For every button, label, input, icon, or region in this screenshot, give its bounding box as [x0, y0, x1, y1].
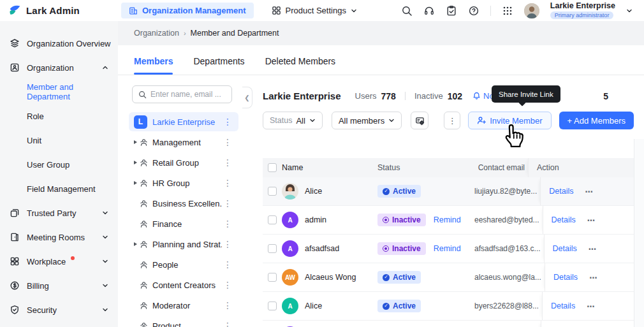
more-options-icon[interactable]: ⋮ [222, 321, 233, 327]
sidebar-item-role[interactable]: Role [0, 104, 118, 128]
sidebar-item-organization[interactable]: Organization [0, 55, 118, 80]
tree-item-label: Retail Group [152, 158, 222, 168]
expand-caret-icon[interactable] [131, 140, 140, 144]
expand-caret-icon[interactable] [131, 242, 140, 246]
more-options-icon[interactable]: ⋮ [222, 240, 233, 249]
sidebar-item-billing[interactable]: Billing [0, 273, 118, 298]
expand-caret-icon[interactable] [131, 181, 140, 185]
support-headset-icon[interactable] [423, 5, 435, 17]
search-icon[interactable] [401, 5, 413, 17]
breadcrumb-parent[interactable]: Organization [134, 29, 179, 38]
more-options-icon[interactable]: ⋮ [222, 117, 233, 126]
tab-deleted-members[interactable]: Deleted Members [265, 56, 336, 75]
tree-item[interactable]: Product⋮ [129, 316, 238, 327]
sidebar-item-security[interactable]: Security [0, 298, 118, 322]
tree-item[interactable]: Planning and Strat...⋮ [129, 235, 238, 254]
more-options-icon[interactable]: ⋮ [222, 301, 233, 310]
sidebar-item-trusted-party[interactable]: Trusted Party [0, 201, 118, 225]
row-checkbox[interactable] [268, 273, 277, 282]
row-checkbox[interactable] [268, 302, 277, 310]
details-link[interactable]: Details [553, 244, 577, 253]
remind-link[interactable]: Remind [434, 244, 461, 253]
expand-caret-icon[interactable] [131, 161, 140, 164]
more-options-icon[interactable]: ⋮ [222, 219, 233, 228]
sidebar-item-member-and-department[interactable]: Member and Department [0, 80, 118, 104]
row-more-icon[interactable]: ⋯ [587, 302, 596, 311]
department-icon [140, 240, 148, 249]
sidebar-item-workplace[interactable]: Workplace [0, 249, 118, 273]
column-action: Action [528, 158, 634, 177]
table-scrollbar[interactable] [634, 139, 644, 327]
account-menu[interactable]: Larkie Enterprise Primary administrator [550, 2, 615, 20]
invite-member-button[interactable]: Invite Member [468, 112, 551, 129]
more-options-icon[interactable]: ⋮ [222, 199, 233, 208]
sidebar: Organization Overview Organization Membe… [0, 21, 118, 327]
tree-item[interactable]: Retail Group⋮ [129, 153, 238, 172]
apps-grid-icon[interactable] [502, 5, 513, 17]
nav-org-mgmt-label: Organization Management [142, 6, 246, 15]
bell-icon [472, 92, 481, 100]
nav-organization-management[interactable]: Organization Management [121, 3, 254, 18]
remind-link[interactable]: Remind [434, 215, 461, 224]
table-row: AAlice✓Activebyers22628@l88...Details⋯ [263, 292, 634, 321]
account-chevron-down-icon[interactable] [626, 8, 633, 14]
sidebar-item-user-group[interactable]: User Group [0, 152, 118, 177]
tree-item[interactable]: Management⋮ [129, 133, 238, 152]
row-more-icon[interactable]: ⋯ [585, 187, 594, 196]
tree-search-input[interactable] [150, 90, 221, 99]
trusted-party-icon [10, 208, 20, 218]
tree-item[interactable]: Finance⋮ [129, 214, 238, 233]
sidebar-item-unit[interactable]: Unit [0, 128, 118, 152]
status-badge: Inactive [377, 242, 426, 255]
more-options-icon[interactable]: ⋮ [222, 158, 233, 167]
inactive-dot-icon [383, 245, 389, 252]
notification-dot [71, 256, 75, 260]
status-filter-select[interactable]: Status All [263, 112, 323, 129]
tab-departments[interactable]: Departments [193, 56, 244, 75]
user-avatar[interactable] [524, 3, 539, 18]
tree-item[interactable]: Business Excellen...⋮ [129, 194, 238, 213]
select-all-checkbox[interactable] [268, 163, 277, 172]
row-checkbox[interactable] [268, 187, 277, 196]
tree-item-label: HR Group [152, 178, 222, 188]
department-icon [140, 200, 148, 208]
row-more-icon[interactable]: ⋯ [589, 244, 597, 254]
tree-item[interactable]: Content Creators⋮ [129, 275, 238, 294]
chevron-down-icon [351, 8, 357, 14]
sidebar-item-meeting-rooms[interactable]: Meeting Rooms [0, 225, 118, 249]
collapse-panel-button[interactable]: ❮ [242, 87, 252, 108]
department-icon [140, 322, 148, 327]
survey-clipboard-icon[interactable] [446, 5, 457, 17]
help-icon[interactable] [468, 5, 479, 17]
details-link[interactable]: Details [549, 187, 573, 196]
tree-item[interactable]: Moderator⋮ [129, 296, 238, 315]
nav-product-settings[interactable]: Product Settings [272, 6, 357, 15]
members-filter-select[interactable]: All members [332, 112, 402, 129]
row-checkbox[interactable] [268, 215, 277, 224]
tab-members[interactable]: Members [134, 56, 173, 75]
row-more-icon[interactable]: ⋯ [587, 215, 596, 225]
more-options-icon[interactable]: ⋮ [222, 138, 233, 147]
more-actions-button[interactable]: ⋮ [444, 112, 460, 129]
tree-item[interactable]: HR Group⋮ [129, 173, 238, 193]
sidebar-item-field-management[interactable]: Field Management [0, 177, 118, 201]
display-settings-button[interactable] [411, 112, 428, 129]
tree-root-larkie-enterprise[interactable]: L Larkie Enterprise ⋮ [129, 112, 238, 131]
toolbar-actions: ⋮ Invite Member + Add Members [444, 112, 634, 129]
sidebar-item-organization-overview[interactable]: Organization Overview [0, 31, 118, 55]
more-options-icon[interactable]: ⋮ [222, 178, 233, 187]
lark-admin-app: Lark Admin Organization Management Produ… [0, 0, 644, 327]
member-email: alcaeus.wong@la... [474, 273, 545, 282]
add-members-button[interactable]: + Add Members [559, 112, 634, 129]
org-tree: L Larkie Enterprise ⋮ Management⋮Retail … [124, 112, 241, 327]
row-checkbox[interactable] [268, 244, 277, 253]
details-link[interactable]: Details [553, 273, 578, 282]
row-more-icon[interactable]: ⋯ [589, 273, 598, 282]
details-link[interactable]: Details [551, 302, 575, 310]
tree-item-label: Moderator [152, 301, 222, 310]
tree-search[interactable] [132, 85, 232, 103]
more-options-icon[interactable]: ⋮ [222, 280, 233, 289]
details-link[interactable]: Details [552, 215, 576, 224]
more-options-icon[interactable]: ⋮ [222, 260, 233, 269]
tree-item[interactable]: People⋮ [129, 255, 238, 274]
